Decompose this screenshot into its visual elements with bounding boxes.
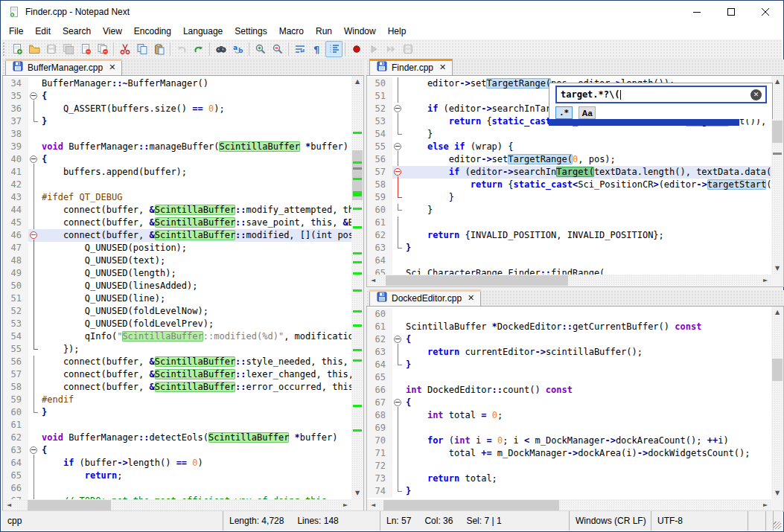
- open-file-icon[interactable]: [25, 41, 42, 57]
- minimize-button[interactable]: [680, 1, 714, 22]
- scrollbar-thumb[interactable]: [28, 500, 111, 510]
- menu-item-language[interactable]: Language: [177, 24, 229, 39]
- document-stats-cell[interactable]: Length: 4,728Lines: 148: [223, 511, 380, 531]
- scroll-left-icon[interactable]: ◄: [367, 499, 379, 511]
- scroll-left-icon[interactable]: ◄: [3, 499, 15, 511]
- window-resize-grip[interactable]: [774, 511, 783, 531]
- line-number: 41: [3, 166, 28, 179]
- tab-buffermanager-cpp[interactable]: BufferManager.cpp✕: [5, 59, 122, 75]
- word-wrap-icon[interactable]: [291, 41, 308, 57]
- menu-item-encoding[interactable]: Encoding: [128, 24, 177, 39]
- fold-margin: [28, 305, 40, 318]
- zoom-out-icon[interactable]: [269, 41, 286, 57]
- tab-finder-cpp[interactable]: Finder.cpp✕: [369, 59, 453, 75]
- scrollbar-thumb[interactable]: [772, 121, 783, 143]
- close-file-icon[interactable]: [77, 41, 94, 57]
- fold-margin: [392, 409, 404, 422]
- match-case-toggle-button[interactable]: Aa: [579, 106, 596, 119]
- replace-icon[interactable]: ab: [229, 41, 246, 57]
- code-area[interactable]: 34BufferManager::~BufferManager()35{36 Q…: [3, 76, 351, 499]
- tab-close-icon[interactable]: ✕: [468, 293, 474, 303]
- scrollbar-thumb[interactable]: [386, 275, 568, 286]
- paste-icon[interactable]: [150, 41, 168, 57]
- menu-item-file[interactable]: File: [3, 24, 29, 39]
- indent-guide-icon[interactable]: [325, 41, 342, 57]
- new-file-icon[interactable]: [8, 41, 25, 57]
- fold-collapse-marker[interactable]: [28, 153, 40, 166]
- tab-dockededitor-cpp[interactable]: DockedEditor.cpp✕: [369, 289, 481, 306]
- title-bar[interactable]: Finder.cpp - Notepad Next: [1, 1, 783, 22]
- fold-margin: [392, 217, 404, 229]
- scroll-down-icon[interactable]: ▼: [351, 487, 363, 499]
- menu-item-view[interactable]: View: [97, 24, 128, 39]
- code-line-55: 55 });: [3, 343, 351, 356]
- status-value: Sel: 7 | 1: [466, 516, 501, 526]
- code-line-37: 37}: [3, 115, 351, 128]
- code-line-60: 60}: [3, 406, 351, 419]
- tab-close-icon[interactable]: ✕: [439, 63, 446, 72]
- find-icon[interactable]: [212, 41, 229, 57]
- redo-icon[interactable]: [190, 41, 207, 57]
- change-marker: [353, 272, 362, 275]
- menu-item-edit[interactable]: Edit: [29, 24, 57, 39]
- code-line-56: 56 connect(buffer, &ScintillaBuffer::sty…: [3, 356, 351, 368]
- search-input[interactable]: target.*?\( ✕: [555, 86, 767, 103]
- toolbar-grip-handle[interactable]: [3, 42, 8, 56]
- scrollbar-thumb[interactable]: [383, 500, 559, 510]
- maximize-button[interactable]: [714, 1, 748, 22]
- fold-collapse-marker[interactable]: [28, 444, 40, 457]
- code-text: for (int i = 0; i < m_DockManager->dockA…: [404, 435, 771, 447]
- cut-icon[interactable]: [116, 41, 133, 57]
- vertical-scrollbar[interactable]: ▲▼: [771, 76, 783, 275]
- menu-item-macro[interactable]: Macro: [273, 24, 310, 39]
- fold-collapse-marker[interactable]: [392, 166, 404, 179]
- fold-margin: [28, 280, 40, 292]
- menu-item-run[interactable]: Run: [310, 24, 338, 39]
- fold-collapse-marker[interactable]: [28, 90, 40, 103]
- change-marker: [353, 191, 362, 196]
- fold-collapse-marker[interactable]: [392, 397, 404, 409]
- code-text: if (buffer->length() == 0): [40, 457, 351, 469]
- clear-search-icon[interactable]: ✕: [750, 89, 762, 100]
- fold-collapse-marker[interactable]: [392, 103, 404, 115]
- menu-item-search[interactable]: Search: [57, 24, 97, 39]
- vertical-scrollbar[interactable]: ▲▼: [351, 76, 363, 499]
- code-area[interactable]: 6061ScintillaBuffer *DockedEditor::getCu…: [367, 307, 771, 499]
- tab-close-icon[interactable]: ✕: [109, 63, 115, 72]
- horizontal-scrollbar[interactable]: ◄►: [367, 275, 771, 286]
- horizontal-scrollbar[interactable]: ◄►: [367, 499, 771, 511]
- zoom-in-icon[interactable]: [252, 41, 269, 57]
- code-line-38: 38: [3, 128, 351, 141]
- scroll-up-icon[interactable]: ▲: [771, 307, 783, 318]
- scroll-right-icon[interactable]: ►: [759, 275, 771, 286]
- vertical-scrollbar[interactable]: ▲▼: [771, 307, 783, 499]
- eol-format-cell[interactable]: Windows (CR LF): [570, 511, 651, 531]
- encoding-cell[interactable]: UTF-8: [651, 511, 748, 531]
- show-all-characters-icon[interactable]: ¶: [308, 41, 325, 57]
- copy-icon[interactable]: [133, 41, 150, 57]
- incremental-search-overlay: target.*?\( ✕ .* Aa: [549, 83, 773, 119]
- menu-item-help[interactable]: Help: [382, 24, 412, 39]
- regex-toggle-button[interactable]: .*: [555, 106, 573, 119]
- scrollbar-thumb[interactable]: [772, 359, 783, 381]
- fold-collapse-marker[interactable]: [392, 333, 404, 346]
- line-number: 61: [367, 217, 392, 229]
- macro-record-icon[interactable]: [348, 41, 365, 57]
- scroll-left-icon[interactable]: ◄: [367, 275, 379, 286]
- cursor-position-cell[interactable]: Ln: 57Col: 36Sel: 7 | 1: [380, 511, 570, 531]
- horizontal-scrollbar[interactable]: ◄►: [3, 499, 351, 511]
- close-button[interactable]: [748, 1, 783, 22]
- scroll-right-icon[interactable]: ►: [759, 499, 771, 511]
- close-all-files-icon[interactable]: [94, 41, 111, 57]
- scroll-down-icon[interactable]: ▼: [771, 487, 783, 499]
- scroll-down-icon[interactable]: ▼: [771, 263, 783, 275]
- scroll-up-icon[interactable]: ▲: [351, 76, 363, 88]
- fold-collapse-marker[interactable]: [392, 141, 404, 153]
- menu-item-settings[interactable]: Settings: [229, 24, 273, 39]
- scroll-up-icon[interactable]: ▲: [771, 76, 783, 88]
- editor-surface: 6061ScintillaBuffer *DockedEditor::getCu…: [366, 307, 784, 512]
- menu-item-window[interactable]: Window: [338, 24, 382, 39]
- scroll-right-icon[interactable]: ►: [340, 499, 351, 511]
- language-cell[interactable]: cpp: [1, 511, 223, 531]
- fold-collapse-marker[interactable]: [28, 229, 40, 242]
